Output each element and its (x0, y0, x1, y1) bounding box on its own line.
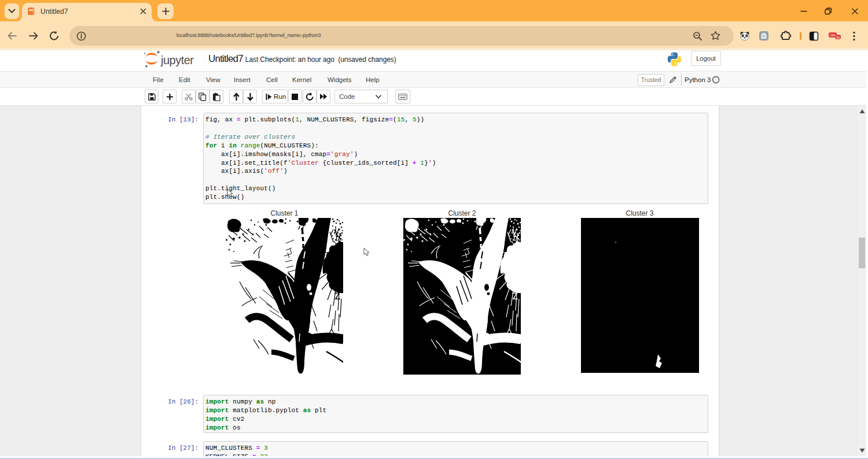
svg-text:OK: OK (836, 36, 840, 39)
svg-text:ON: ON (830, 34, 835, 37)
svg-text:jupyter: jupyter (160, 54, 194, 66)
